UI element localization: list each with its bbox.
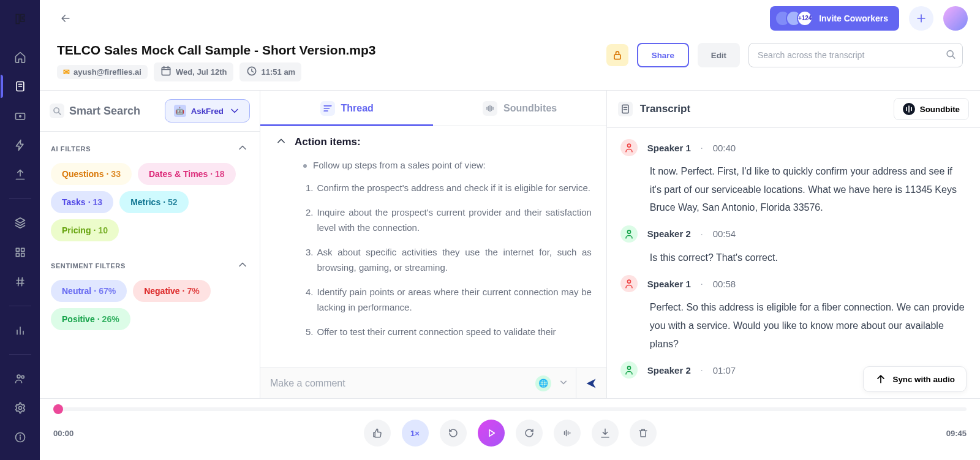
transcript-search-input[interactable] [748,43,963,67]
rail-separator [9,354,31,355]
document-icon [618,102,633,116]
thumbs-up-button[interactable] [364,420,391,447]
forward-15-button[interactable] [516,420,543,447]
audio-player: 00:00 1× 09:45 [40,399,980,460]
speaker-name: Speaker 2 [647,365,691,375]
create-soundbite-button[interactable]: Soundbite [894,98,969,120]
nav-inbox-icon[interactable] [12,108,28,124]
send-button[interactable] [576,368,606,399]
nav-info-icon[interactable] [12,429,28,445]
brand-logo [10,9,31,29]
svg-rect-3 [15,113,24,119]
nav-grid-icon[interactable] [12,244,28,260]
play-button[interactable] [478,420,505,447]
speaker-avatar [620,275,638,292]
nav-home-icon[interactable] [12,49,28,65]
collapse-ai-filters[interactable] [236,141,249,156]
progress-handle[interactable] [53,404,63,414]
date-chip[interactable]: Wed, Jul 12th [154,62,233,81]
transcript-turn: Speaker 1·00:40It now. Perfect. First, I… [620,139,967,217]
bullet-icon [303,164,307,168]
time-chip[interactable]: 11:51 am [239,62,302,81]
nav-layers-icon[interactable] [12,215,28,231]
search-icon [944,48,957,62]
turn-timestamp[interactable]: 00:40 [713,143,736,153]
nav-notebook-icon[interactable] [12,78,28,94]
progress-bar[interactable] [53,407,967,411]
mail-icon: ✉ [63,67,70,77]
smart-search-label: Smart Search [50,104,140,118]
search-icon [50,104,64,118]
turn-timestamp[interactable]: 01:07 [713,365,736,375]
action-item: 2.Inquire about the prospect's current p… [306,205,592,236]
speaker-name: Speaker 2 [647,228,691,239]
playback-speed-button[interactable]: 1× [402,420,429,447]
turn-timestamp[interactable]: 00:58 [713,279,736,289]
nav-bolt-icon[interactable] [12,137,28,153]
total-time: 09:45 [930,429,967,438]
filter-chip[interactable]: Dates & Times · 18 [138,163,236,185]
collapse-action-items[interactable] [275,135,287,149]
nav-upload-icon[interactable] [12,167,28,183]
action-lead: Follow up steps from a sales point of vi… [313,160,486,170]
calendar-icon [160,65,172,79]
nav-team-icon[interactable] [12,371,28,386]
download-button[interactable] [592,420,619,447]
svg-point-51 [627,366,630,369]
action-item: 4.Identify pain points or areas where th… [306,284,592,315]
comment-box: 🌐 [260,368,606,398]
privacy-lock-icon[interactable] [606,44,628,66]
svg-line-33 [59,113,61,115]
back-button[interactable] [55,7,77,29]
add-button[interactable] [909,6,933,31]
meeting-time: 11:51 am [262,67,296,77]
arrow-up-icon [875,373,887,385]
sentiment-chip[interactable]: Neutral · 67% [51,280,127,302]
filter-chip[interactable]: Pricing · 10 [51,219,119,241]
svg-rect-5 [16,248,19,251]
visibility-globe-icon[interactable]: 🌐 [535,375,551,391]
speaker-avatar [620,361,638,379]
owner-chip[interactable]: ✉ ayush@fireflies.ai [57,65,148,79]
tab-thread[interactable]: Thread [260,91,433,126]
action-items-title: Action items: [295,136,361,148]
user-avatar[interactable] [943,6,968,31]
speaker-name: Speaker 1 [647,143,691,153]
delete-button[interactable] [630,420,657,447]
nav-analytics-icon[interactable] [12,322,28,338]
sentiment-filters-label: SENTIMENT FILTERS [51,262,126,270]
chevron-down-icon [228,105,241,117]
sentiment-chip[interactable]: Negative · 7% [133,280,210,302]
avatar-count: +124 [797,10,813,26]
filter-chip[interactable]: Metrics · 52 [119,191,189,213]
ai-filters-label: AI FILTERS [51,145,91,153]
turn-timestamp[interactable]: 00:54 [713,228,736,239]
invite-coworkers-button[interactable]: +124 Invite Coworkers [770,6,899,31]
share-button[interactable]: Share [637,43,689,67]
svg-point-50 [627,281,630,284]
comment-input[interactable] [270,378,529,389]
thread-icon [320,101,335,116]
waveform-button[interactable] [554,420,581,447]
edit-button[interactable]: Edit [698,43,740,67]
svg-rect-6 [21,248,24,251]
sync-audio-button[interactable]: Sync with audio [863,366,967,392]
askfred-button[interactable]: 🤖 AskFred [165,99,250,123]
filter-chip[interactable]: Tasks · 13 [51,191,113,213]
filter-chip[interactable]: Questions · 33 [51,163,132,185]
speaker-avatar [620,139,638,156]
nav-hash-icon[interactable] [12,274,28,290]
svg-rect-7 [16,254,19,257]
tab-soundbites[interactable]: Soundbites [433,91,606,126]
rewind-5-button[interactable] [440,420,467,447]
nav-settings-icon[interactable] [12,400,28,416]
title-bar: TELCO Sales Mock Call Sample - Short Ver… [40,37,980,91]
filters-column: Smart Search 🤖 AskFred AI FILTERS Questi… [40,91,260,398]
svg-line-12 [21,277,22,285]
sentiment-chip[interactable]: Positive · 26% [51,308,130,330]
speaker-avatar [620,225,638,243]
collapse-sentiment-filters[interactable] [236,258,249,273]
owner-email: ayush@fireflies.ai [74,67,141,77]
visibility-dropdown[interactable] [557,376,570,390]
action-item: 5.Offer to test their current connection… [306,324,592,340]
